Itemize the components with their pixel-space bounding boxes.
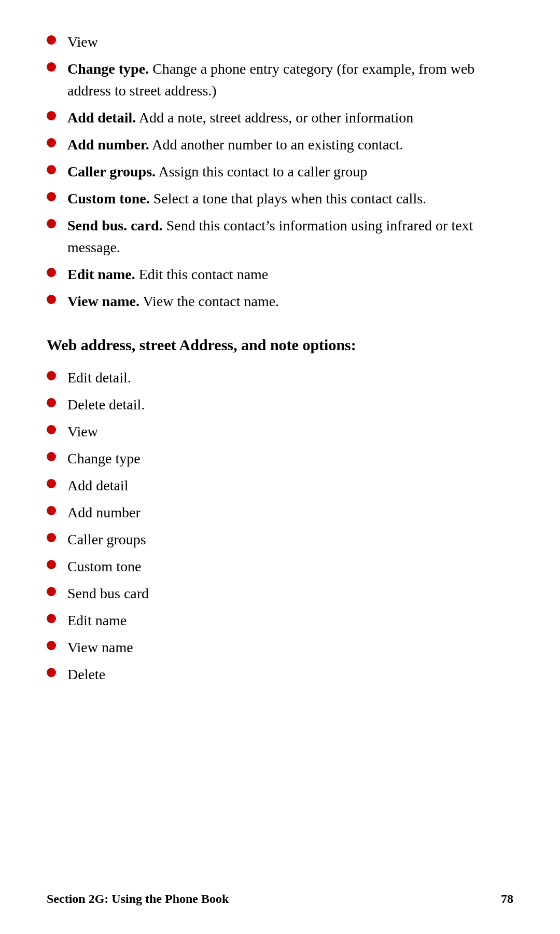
list-item-text: View name [67,637,513,658]
bullet-icon [47,219,56,228]
footer-right: 78 [501,889,513,908]
bold-term: View name. [67,293,139,309]
list-item: Change type. Change a phone entry catego… [47,58,513,102]
list-item-text: View [67,31,513,53]
list-item: View [47,31,513,53]
section2-list: Edit detail. Delete detail. View Change … [47,367,513,685]
list-item: Send bus card [47,583,513,605]
bullet-icon [47,560,56,569]
bullet-icon [47,165,56,174]
bold-term: Caller groups. [67,163,156,180]
list-item-text: Send bus. card. Send this contact’s info… [67,215,513,258]
list-item-text: Add number [67,502,513,524]
page-footer: Section 2G: Using the Phone Book 78 [47,889,513,908]
bullet-icon [47,295,56,304]
list-item-text: Add number. Add another number to an exi… [67,134,513,156]
list-item: Custom tone [47,556,513,578]
list-item-text: Add detail. Add a note, street address, … [67,107,513,129]
bullet-icon [47,641,56,650]
page-content: View Change type. Change a phone entry c… [0,0,560,753]
footer-left: Section 2G: Using the Phone Book [47,889,229,908]
bold-term: Add number. [67,136,149,153]
section1-list: View Change type. Change a phone entry c… [47,31,513,312]
list-item: Add number [47,502,513,524]
list-item-text: Caller groups [67,529,513,551]
bold-term: Change type. [67,61,149,77]
bullet-icon [47,35,56,45]
list-item-text: Edit detail. [67,367,513,389]
bullet-icon [47,614,56,623]
bold-term: Add detail. [67,109,136,126]
list-item-text: Edit name [67,610,513,631]
list-item-text: View name. View the contact name. [67,291,513,312]
list-item: Caller groups [47,529,513,551]
list-item: Edit name [47,610,513,631]
bullet-icon [47,506,56,515]
list-item: Custom tone. Select a tone that plays wh… [47,188,513,210]
list-item: Delete detail. [47,394,513,416]
list-item: View [47,421,513,443]
list-item-text: Add detail [67,475,513,497]
list-item-text: Delete detail. [67,394,513,416]
bullet-icon [47,111,56,120]
list-item: Add number. Add another number to an exi… [47,134,513,156]
bullet-icon [47,425,56,434]
list-item: Send bus. card. Send this contact’s info… [47,215,513,258]
list-item: Edit detail. [47,367,513,389]
list-item-text: Custom tone. Select a tone that plays wh… [67,188,513,210]
bullet-icon [47,192,56,201]
bold-term: Edit name. [67,266,135,282]
list-item-text: Caller groups. Assign this contact to a … [67,161,513,183]
list-item: View name [47,637,513,658]
list-item-text: View [67,421,513,443]
bullet-icon [47,398,56,407]
list-item: Edit name. Edit this contact name [47,264,513,285]
list-item-text: Delete [67,664,513,685]
bullet-icon [47,668,56,677]
bullet-icon [47,533,56,542]
list-item-text: Send bus card [67,583,513,605]
list-item: Delete [47,664,513,685]
list-item: View name. View the contact name. [47,291,513,312]
section2-heading: Web address, street Address, and note op… [47,333,513,356]
list-item-text: Edit name. Edit this contact name [67,264,513,285]
bullet-icon [47,479,56,488]
bullet-icon [47,452,56,461]
bullet-icon [47,268,56,277]
list-item-text: Custom tone [67,556,513,578]
list-item: Add detail [47,475,513,497]
list-item-text: Change type. Change a phone entry catego… [67,58,513,102]
bullet-icon [47,62,56,72]
list-item: Caller groups. Assign this contact to a … [47,161,513,183]
bullet-icon [47,138,56,147]
list-item: Add detail. Add a note, street address, … [47,107,513,129]
bold-term: Custom tone. [67,190,150,207]
list-item: Change type [47,448,513,470]
bullet-icon [47,371,56,380]
bullet-icon [47,587,56,596]
list-item-text: Change type [67,448,513,470]
bold-term: Send bus. card. [67,217,163,233]
